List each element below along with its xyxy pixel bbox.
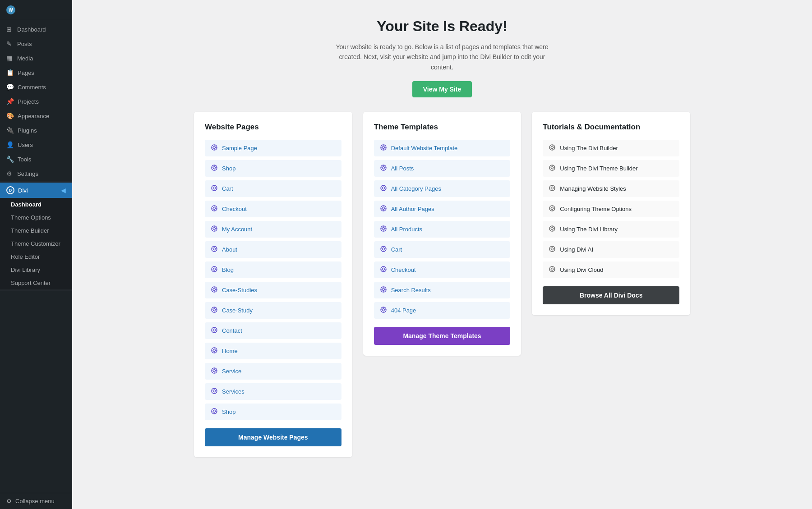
svg-point-19 — [213, 207, 216, 210]
template-icon — [380, 144, 387, 152]
template-icon — [380, 307, 387, 314]
template-icon — [380, 165, 387, 172]
template-icon — [380, 185, 387, 193]
wp-logo: W — [6, 5, 15, 14]
sidebar-item-media[interactable]: ▦ Media — [0, 51, 72, 65]
website-page-item[interactable]: Service — [205, 363, 341, 380]
sidebar-item-label: Appearance — [18, 113, 49, 119]
svg-point-61 — [213, 349, 216, 352]
website-page-item[interactable]: Contact — [205, 322, 341, 339]
tutorial-item[interactable]: Using The Divi Library — [543, 221, 679, 238]
theme-template-item[interactable]: 404 Page — [374, 302, 511, 319]
divi-submenu-item-theme-options[interactable]: Theme Options — [0, 211, 72, 224]
sidebar-item-comments[interactable]: 💬 Comments — [0, 80, 72, 94]
page-icon — [211, 246, 217, 253]
svg-point-133 — [382, 309, 384, 311]
website-page-item[interactable]: Shop — [205, 404, 341, 420]
svg-point-13 — [213, 187, 216, 189]
tutorial-icon — [549, 246, 555, 253]
tutorial-item[interactable]: Using The Divi Theme Builder — [543, 160, 679, 177]
website-page-item[interactable]: Shop — [205, 160, 341, 177]
website-page-item[interactable]: Case-Studies — [205, 282, 341, 298]
template-name: All Posts — [391, 165, 414, 172]
plugins-icon: 🔌 — [6, 127, 14, 134]
theme-template-item[interactable]: All Category Pages — [374, 180, 511, 197]
sidebar-item-label: Media — [17, 55, 33, 62]
website-page-item[interactable]: Checkout — [205, 201, 341, 217]
view-site-button[interactable]: View My Site — [412, 81, 472, 97]
divi-menu-header[interactable]: D Divi ◀ — [0, 183, 72, 198]
divi-submenu-item-dashboard[interactable]: Dashboard — [0, 198, 72, 211]
svg-point-49 — [213, 309, 216, 311]
divi-submenu-item-support-center[interactable]: Support Center — [0, 276, 72, 289]
sidebar-item-label: Tools — [18, 156, 31, 163]
sidebar-item-pages[interactable]: 📋 Pages — [0, 65, 72, 80]
tutorial-item[interactable]: Using Divi AI — [543, 241, 679, 258]
tutorial-icon — [549, 185, 555, 193]
manage-website-pages-button[interactable]: Manage Website Pages — [205, 428, 341, 446]
svg-point-145 — [551, 167, 554, 169]
appearance-icon: 🎨 — [6, 112, 14, 119]
sidebar-item-label: Settings — [17, 170, 38, 177]
svg-point-37 — [213, 268, 216, 271]
collapse-menu-button[interactable]: ⚙ Collapse menu — [0, 493, 72, 509]
template-icon — [380, 286, 387, 294]
divi-submenu-item-divi-library[interactable]: Divi Library — [0, 263, 72, 276]
sidebar-item-label: Posts — [17, 41, 32, 47]
tutorial-item[interactable]: Managing Website Styles — [543, 180, 679, 197]
sidebar-item-settings[interactable]: ⚙ Settings — [0, 166, 72, 181]
divi-submenu-item-theme-builder[interactable]: Theme Builder — [0, 224, 72, 237]
theme-template-item[interactable]: All Products — [374, 221, 511, 238]
sidebar-item-tools[interactable]: 🔧 Tools — [0, 152, 72, 166]
template-name: All Author Pages — [391, 206, 434, 212]
sidebar-item-dashboard[interactable]: ⊞ Dashboard — [0, 22, 72, 37]
template-name: All Category Pages — [391, 185, 441, 192]
sidebar: W ⊞ Dashboard ✎ Posts ▦ Media 📋 Pages 💬 … — [0, 0, 72, 509]
svg-point-67 — [213, 370, 216, 372]
svg-point-175 — [551, 268, 554, 271]
divi-submenu-item-theme-customizer[interactable]: Theme Customizer — [0, 237, 72, 250]
sidebar-item-projects[interactable]: 📌 Projects — [0, 94, 72, 109]
tutorial-item[interactable]: Using The Divi Builder — [543, 140, 679, 156]
website-page-item[interactable]: Cart — [205, 180, 341, 197]
sidebar-item-label: Dashboard — [17, 26, 46, 33]
theme-template-item[interactable]: Default Website Template — [374, 140, 511, 156]
svg-point-79 — [213, 410, 216, 413]
website-page-item[interactable]: Sample Page — [205, 140, 341, 156]
tutorial-item[interactable]: Using Divi Cloud — [543, 261, 679, 278]
collapse-label: Collapse menu — [15, 498, 55, 504]
tutorials-card: Tutorials & Documentation Using The Divi… — [532, 112, 690, 315]
svg-point-115 — [382, 248, 384, 250]
website-page-item[interactable]: Blog — [205, 261, 341, 278]
website-page-item[interactable]: Services — [205, 383, 341, 400]
website-page-item[interactable]: Case-Study — [205, 302, 341, 319]
sidebar-item-users[interactable]: 👤 Users — [0, 138, 72, 152]
theme-template-item[interactable]: Checkout — [374, 261, 511, 278]
sidebar-item-posts[interactable]: ✎ Posts — [0, 37, 72, 51]
page-icon — [211, 144, 217, 152]
theme-template-item[interactable]: All Author Pages — [374, 201, 511, 217]
svg-point-151 — [551, 187, 554, 189]
divi-submenu-item-role-editor[interactable]: Role Editor — [0, 250, 72, 263]
theme-template-item[interactable]: Cart — [374, 241, 511, 258]
website-pages-list: Sample Page Shop Cart — [205, 140, 341, 420]
sidebar-item-plugins[interactable]: 🔌 Plugins — [0, 123, 72, 138]
sidebar-item-appearance[interactable]: 🎨 Appearance — [0, 109, 72, 123]
website-page-item[interactable]: Home — [205, 343, 341, 359]
page-name: Shop — [222, 165, 235, 172]
svg-point-127 — [382, 289, 384, 291]
projects-icon: 📌 — [6, 98, 14, 105]
browse-all-docs-button[interactable]: Browse All Divi Docs — [543, 286, 679, 304]
page-icon — [211, 327, 217, 335]
tools-icon: 🔧 — [6, 156, 14, 163]
theme-template-item[interactable]: Search Results — [374, 282, 511, 298]
website-page-item[interactable]: My Account — [205, 221, 341, 238]
theme-templates-list: Default Website Template All Posts All C… — [374, 140, 511, 319]
theme-template-item[interactable]: All Posts — [374, 160, 511, 177]
tutorial-item[interactable]: Configuring Theme Options — [543, 201, 679, 217]
manage-theme-templates-button[interactable]: Manage Theme Templates — [374, 327, 511, 345]
page-title: Your Site Is Ready! — [90, 18, 794, 35]
page-icon — [211, 205, 217, 213]
website-page-item[interactable]: About — [205, 241, 341, 258]
page-name: Sample Page — [222, 145, 257, 151]
